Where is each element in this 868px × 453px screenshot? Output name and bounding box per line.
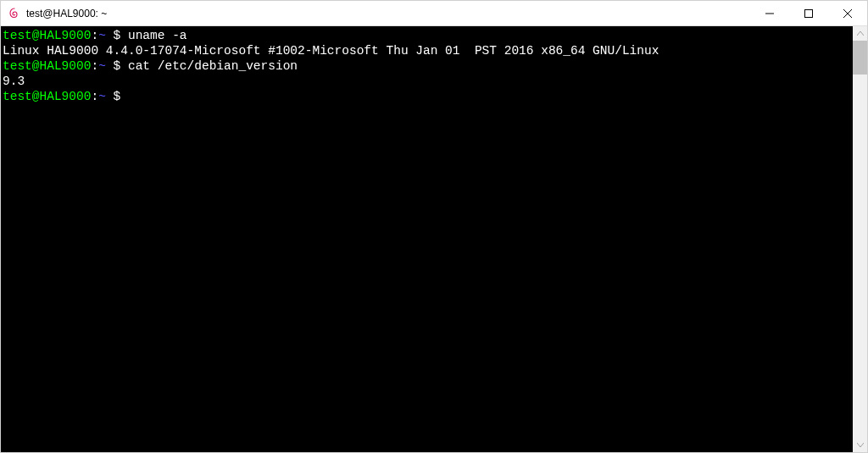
- maximize-button[interactable]: [789, 1, 828, 25]
- prompt-dollar: $: [106, 29, 128, 42]
- prompt-user: test@HAL9000: [3, 90, 91, 103]
- prompt-dollar: $: [106, 59, 128, 73]
- window-title: test@HAL9000: ~: [26, 8, 750, 19]
- minimize-button[interactable]: [750, 1, 789, 25]
- terminal-prompt-line: test@HAL9000:~ $ uname -a: [3, 28, 853, 43]
- terminal-output-line: Linux HAL9000 4.4.0-17074-Microsoft #100…: [3, 43, 853, 58]
- prompt-separator: :: [91, 59, 98, 73]
- close-button[interactable]: [828, 1, 867, 25]
- terminal[interactable]: test@HAL9000:~ $ uname -aLinux HAL9000 4…: [1, 26, 853, 452]
- output-text: Linux HAL9000 4.4.0-17074-Microsoft #100…: [3, 44, 659, 58]
- terminal-area: test@HAL9000:~ $ uname -aLinux HAL9000 4…: [1, 26, 867, 452]
- prompt-dollar: $: [106, 90, 128, 103]
- window-titlebar[interactable]: test@HAL9000: ~: [1, 1, 867, 26]
- scrollbar[interactable]: [853, 26, 867, 452]
- scrollbar-thumb[interactable]: [853, 41, 867, 75]
- scroll-down-arrow-icon[interactable]: [853, 438, 867, 452]
- terminal-output-line: 9.3: [3, 74, 853, 89]
- terminal-prompt-line: test@HAL9000:~ $ cat /etc/debian_version: [3, 58, 853, 74]
- svg-line-2: [843, 9, 852, 18]
- output-text: 9.3: [3, 75, 25, 88]
- prompt-user: test@HAL9000: [3, 59, 91, 73]
- prompt-path: ~: [98, 29, 106, 42]
- prompt-path: ~: [98, 90, 106, 103]
- prompt-separator: :: [91, 29, 98, 42]
- svg-rect-1: [805, 9, 813, 17]
- command-text: cat /etc/debian_version: [128, 59, 298, 73]
- prompt-user: test@HAL9000: [3, 29, 91, 42]
- debian-swirl-icon: [8, 7, 21, 20]
- terminal-prompt-line: test@HAL9000:~ $: [3, 89, 853, 104]
- svg-line-3: [843, 9, 852, 18]
- prompt-separator: :: [91, 90, 98, 103]
- prompt-path: ~: [98, 59, 106, 73]
- window-controls: [750, 1, 867, 25]
- scroll-up-arrow-icon[interactable]: [853, 26, 867, 41]
- command-text: uname -a: [128, 29, 187, 42]
